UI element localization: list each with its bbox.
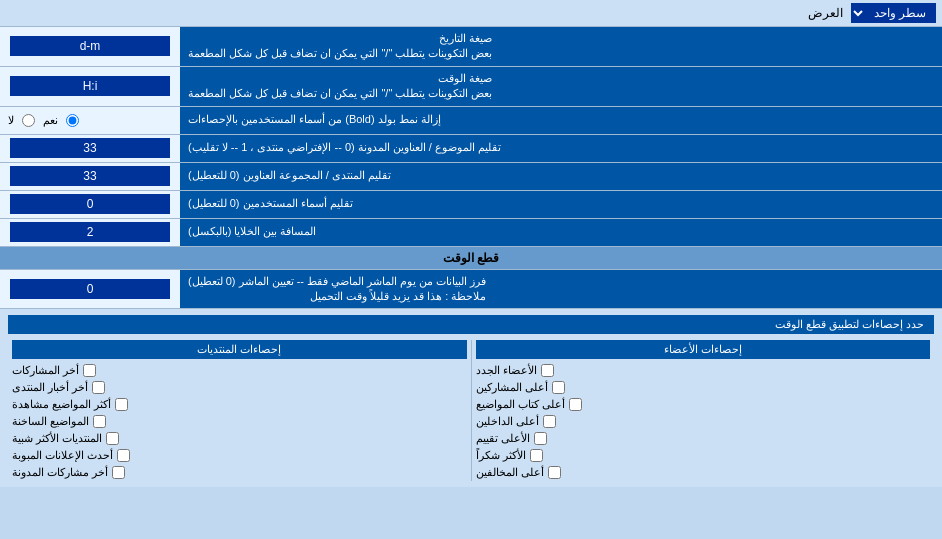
- user-names-row: تقليم أسماء المستخدمين (0 للتعطيل): [0, 191, 942, 219]
- last-posts-item: أخر المشاركات: [12, 362, 467, 379]
- stats-divider: [471, 340, 472, 481]
- similar-forums-item: المنتديات الأكثر شبية: [12, 430, 467, 447]
- bold-yes-radio[interactable]: [66, 114, 79, 127]
- bold-remove-row: إزالة نمط بولد (Bold) من أسماء المستخدمي…: [0, 107, 942, 135]
- bold-no-radio[interactable]: [22, 114, 35, 127]
- time-cut-input-wrapper: [0, 270, 180, 309]
- header-row: سطر واحدسطرينثلاثة أسطر العرض: [0, 0, 942, 27]
- time-cut-row: فرز البيانات من يوم الماشر الماضي فقط --…: [0, 270, 942, 310]
- top-topic-writers-checkbox[interactable]: [569, 398, 582, 411]
- recent-ads-checkbox[interactable]: [117, 449, 130, 462]
- recent-ads-label: أحدث الإعلانات المبوبة: [12, 449, 113, 462]
- stats-members-col: إحصاءات الأعضاء الأعضاء الجدد أعلى المشا…: [472, 340, 935, 481]
- last-topics-checkbox[interactable]: [93, 415, 106, 428]
- noted-participations-checkbox[interactable]: [112, 466, 125, 479]
- date-format-row: صيغة التاريخ بعض التكوينات يتطلب "/" الت…: [0, 27, 942, 67]
- forum-group-label: تقليم المنتدى / المجموعة العناوين (0 للت…: [180, 163, 942, 190]
- time-format-row: صيغة الوقت بعض التكوينات يتطلب "/" التي …: [0, 67, 942, 107]
- similar-forums-label: المنتديات الأكثر شبية: [12, 432, 102, 445]
- most-viewed-item: أكثر المواضيع مشاهدة: [12, 396, 467, 413]
- top-visitors-label: أعلى المخالفين: [476, 466, 544, 479]
- most-thanked-label: الأكثر شكراً: [476, 449, 526, 462]
- most-thanked-checkbox[interactable]: [530, 449, 543, 462]
- cell-spacing-input-wrapper: [0, 219, 180, 246]
- top-topic-writers-label: أعلى كتاب المواضيع: [476, 398, 565, 411]
- top-rated-checkbox[interactable]: [534, 432, 547, 445]
- top-visitors-item: أعلى المخالفين: [476, 464, 931, 481]
- date-format-input[interactable]: [10, 36, 170, 56]
- most-viewed-label: أكثر المواضيع مشاهدة: [12, 398, 111, 411]
- date-format-input-wrapper: [0, 27, 180, 66]
- top-online-checkbox[interactable]: [543, 415, 556, 428]
- top-online-item: أعلى الداخلين: [476, 413, 931, 430]
- forum-group-row: تقليم المنتدى / المجموعة العناوين (0 للت…: [0, 163, 942, 191]
- last-posts-label: أخر المشاركات: [12, 364, 79, 377]
- time-format-input-wrapper: [0, 67, 180, 106]
- stats-members-header: إحصاءات الأعضاء: [476, 340, 931, 359]
- new-members-checkbox[interactable]: [541, 364, 554, 377]
- topic-subject-row: تقليم الموضوع / العناوين المدونة (0 -- ا…: [0, 135, 942, 163]
- last-topics-label: المواضيع الساخنة: [12, 415, 89, 428]
- noted-participations-label: أخر مشاركات المدونة: [12, 466, 108, 479]
- recent-ads-item: أحدث الإعلانات المبوبة: [12, 447, 467, 464]
- display-label: العرض: [6, 6, 851, 20]
- time-cut-label: فرز البيانات من يوم الماشر الماضي فقط --…: [180, 270, 942, 309]
- most-viewed-checkbox[interactable]: [115, 398, 128, 411]
- stats-forums-col: إحصاءات المنتديات أخر المشاركات أخر أخبا…: [8, 340, 471, 481]
- stats-columns: إحصاءات الأعضاء الأعضاء الجدد أعلى المشا…: [8, 340, 934, 481]
- top-visitors-checkbox[interactable]: [548, 466, 561, 479]
- cell-spacing-input[interactable]: [10, 222, 170, 242]
- forum-news-label: أخر أخبار المنتدى: [12, 381, 88, 394]
- time-cut-input[interactable]: [10, 279, 170, 299]
- display-select[interactable]: سطر واحدسطرينثلاثة أسطر: [851, 3, 936, 23]
- cell-spacing-label: المسافة بين الخلايا (بالبكسل): [180, 219, 942, 246]
- topic-subject-label: تقليم الموضوع / العناوين المدونة (0 -- ا…: [180, 135, 942, 162]
- stats-section: حدد إحصاءات لتطبيق قطع الوقت إحصاءات الأ…: [0, 309, 942, 487]
- cell-spacing-row: المسافة بين الخلايا (بالبكسل): [0, 219, 942, 247]
- user-names-input-wrapper: [0, 191, 180, 218]
- stats-title-row: حدد إحصاءات لتطبيق قطع الوقت: [8, 315, 934, 334]
- forum-group-input-wrapper: [0, 163, 180, 190]
- new-members-label: الأعضاء الجدد: [476, 364, 537, 377]
- last-posts-checkbox[interactable]: [83, 364, 96, 377]
- user-names-label: تقليم أسماء المستخدمين (0 للتعطيل): [180, 191, 942, 218]
- stats-forums-header: إحصاءات المنتديات: [12, 340, 467, 359]
- bold-remove-label: إزالة نمط بولد (Bold) من أسماء المستخدمي…: [180, 107, 942, 134]
- time-format-input[interactable]: [10, 76, 170, 96]
- top-topic-writers-item: أعلى كتاب المواضيع: [476, 396, 931, 413]
- topic-subject-input[interactable]: [10, 138, 170, 158]
- top-rated-item: الأعلى تقييم: [476, 430, 931, 447]
- forum-news-item: أخر أخبار المنتدى: [12, 379, 467, 396]
- time-format-label: صيغة الوقت بعض التكوينات يتطلب "/" التي …: [180, 67, 942, 106]
- top-posters-label: أعلى المشاركين: [476, 381, 548, 394]
- topic-subject-input-wrapper: [0, 135, 180, 162]
- time-cut-header: قطع الوقت: [0, 247, 942, 270]
- noted-participations-item: أخر مشاركات المدونة: [12, 464, 467, 481]
- new-members-item: الأعضاء الجدد: [476, 362, 931, 379]
- most-thanked-item: الأكثر شكراً: [476, 447, 931, 464]
- forum-news-checkbox[interactable]: [92, 381, 105, 394]
- main-container: سطر واحدسطرينثلاثة أسطر العرض صيغة التار…: [0, 0, 942, 487]
- bold-no-label: لا: [8, 114, 14, 127]
- user-names-input[interactable]: [10, 194, 170, 214]
- last-topics-item: المواضيع الساخنة: [12, 413, 467, 430]
- stats-title: حدد إحصاءات لتطبيق قطع الوقت: [8, 315, 934, 334]
- top-rated-label: الأعلى تقييم: [476, 432, 530, 445]
- top-online-label: أعلى الداخلين: [476, 415, 539, 428]
- top-posters-item: أعلى المشاركين: [476, 379, 931, 396]
- top-posters-checkbox[interactable]: [552, 381, 565, 394]
- bold-remove-radio-wrapper: نعم لا: [0, 107, 180, 134]
- bold-yes-label: نعم: [43, 114, 58, 127]
- similar-forums-checkbox[interactable]: [106, 432, 119, 445]
- forum-group-input[interactable]: [10, 166, 170, 186]
- date-format-label: صيغة التاريخ بعض التكوينات يتطلب "/" الت…: [180, 27, 942, 66]
